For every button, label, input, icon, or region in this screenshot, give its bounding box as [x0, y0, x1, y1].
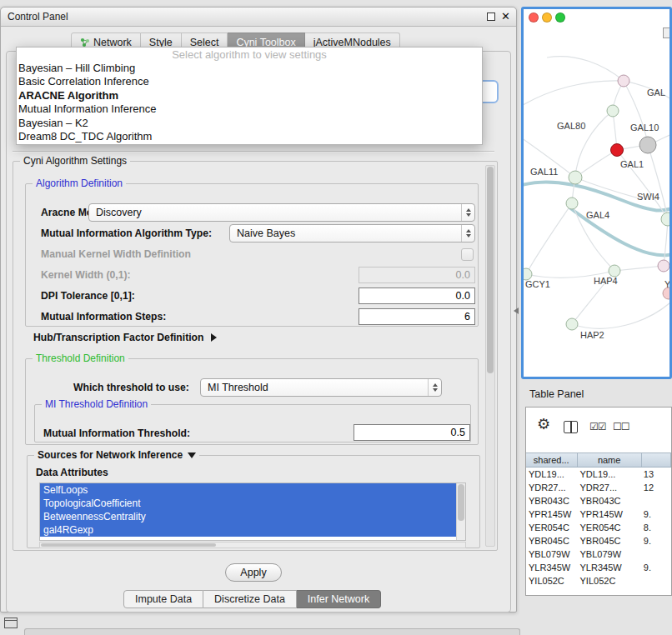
cell: YDR27... [578, 481, 642, 494]
settings-group-title: Cyni Algorithm Settings [20, 155, 130, 167]
aracne-mode-select[interactable]: Discovery [88, 203, 475, 222]
spinner-arrows-icon [461, 204, 474, 221]
node-label-gal80: GAL80 [557, 121, 585, 131]
network-edge[interactable] [547, 57, 624, 81]
mi-algorithm-type-label: Mutual Information Algorithm Type: [41, 228, 212, 239]
network-node-salmon-right[interactable] [663, 288, 669, 299]
attribute-selfloops[interactable]: SelfLoops [40, 483, 465, 497]
network-edge[interactable] [614, 266, 664, 271]
menu-option-aracne-algorithm[interactable]: ARACNE Algorithm [17, 89, 482, 102]
node-label-gcy1: GCY1 [525, 279, 550, 289]
menu-option-mutual-information-inference[interactable]: Mutual Information Inference [17, 102, 482, 116]
network-edge[interactable] [575, 150, 617, 178]
panel-splitter-arrow[interactable] [514, 308, 519, 314]
minimized-panel-icon[interactable] [4, 618, 18, 628]
attribute-gal4rgexp[interactable]: gal4RGexp [40, 523, 465, 537]
table-row[interactable]: YLR345WYLR345W9. [526, 561, 671, 574]
apply-button[interactable]: Apply [225, 563, 282, 582]
column-header-shared[interactable]: shared... [526, 453, 578, 467]
network-edge[interactable] [624, 81, 648, 145]
close-window-icon[interactable]: ✕ [501, 10, 510, 22]
network-node-red-node[interactable] [611, 144, 624, 157]
gear-icon[interactable]: ⚙ [537, 415, 550, 433]
network-graph[interactable]: GALGAL80GAL10GAL11GAL1SWI4GAL4GCY1HAP4HA… [524, 9, 669, 377]
table-row[interactable]: YPR145WYPR145W9. [526, 508, 671, 521]
menu-option-bayesian-hill-climbing[interactable]: Bayesian – Hill Climbing [17, 62, 482, 75]
network-edge[interactable] [526, 203, 572, 274]
close-traffic-light[interactable] [529, 12, 539, 22]
network-node-pink-top[interactable] [618, 75, 629, 87]
zoom-traffic-light[interactable] [555, 12, 565, 22]
kernel-width-field[interactable] [359, 267, 475, 283]
menu-option-dream8-dc-tdc-algorithm[interactable]: Dream8 DC_TDC Algorithm [17, 130, 482, 143]
mi-algorithm-type-value: Naive Bayes [230, 228, 461, 239]
aracne-mode-value: Discovery [89, 207, 461, 218]
scrollbar-thumb[interactable] [458, 484, 464, 521]
network-node-green-top[interactable] [607, 105, 619, 117]
which-threshold-value: MI Threshold [201, 382, 428, 393]
collapsed-panel-strip[interactable] [24, 628, 520, 635]
network-node-pink-right[interactable] [658, 260, 669, 272]
control-panel-titlebar[interactable]: Control Panel ✕ [1, 8, 516, 27]
minimize-traffic-light[interactable] [542, 12, 552, 22]
table-row[interactable]: YBR045CYBR045C9. [526, 534, 671, 548]
divider [13, 151, 494, 152]
network-node-gray-hub[interactable] [639, 137, 656, 153]
bottom-tab-infer-network[interactable]: Infer Network [297, 590, 381, 608]
table-row[interactable]: YIL052CYIL052C [526, 574, 671, 588]
network-node-green-mid[interactable] [609, 265, 620, 277]
network-node-green-right[interactable] [661, 212, 669, 226]
table-row[interactable]: YBL079WYBL079W [526, 548, 671, 561]
scrollbar-thumb[interactable] [41, 543, 216, 547]
manual-kernel-checkbox[interactable] [461, 248, 474, 261]
cell: YBR043C [526, 494, 578, 508]
menu-option-basic-correlation-inference[interactable]: Basic Correlation Inference [17, 75, 482, 88]
select-all-icon[interactable]: ☑☑ [589, 421, 606, 432]
hub-definition-toggle[interactable]: Hub/Transcription Factor Definition [33, 332, 217, 343]
list-vertical-scrollbar[interactable] [456, 483, 465, 540]
network-node-green-gal4[interactable] [566, 198, 578, 209]
mi-threshold-field[interactable] [354, 424, 470, 441]
column-header-name[interactable]: name [578, 453, 642, 467]
network-edge[interactable] [524, 81, 624, 108]
window-title: Control Panel [8, 11, 68, 22]
cell: 9. [642, 508, 671, 521]
bottom-tab-discretize-data[interactable]: Discretize Data [203, 590, 297, 608]
network-node-green-gal11[interactable] [569, 171, 582, 184]
cell: YBL079W [526, 548, 578, 561]
attribute-topologicalcoefficient[interactable]: TopologicalCoefficient [40, 497, 465, 510]
bottom-tab-impute-data[interactable]: Impute Data [123, 590, 203, 608]
float-window-icon[interactable] [487, 12, 495, 21]
manual-kernel-label: Manual Kernel Width Definition [41, 248, 191, 260]
partial-toolbar-widget[interactable] [663, 28, 672, 38]
deselect-all-icon[interactable]: ☐☐ [613, 421, 629, 432]
dpi-tolerance-field[interactable] [359, 288, 475, 304]
mi-steps-field[interactable] [359, 308, 475, 325]
network-node-green-hap2[interactable] [566, 318, 578, 330]
cell [642, 494, 671, 508]
network-node-green-gcy1[interactable] [524, 268, 532, 280]
table-row[interactable]: YBR043CYBR043C [526, 494, 671, 508]
data-attributes-list[interactable]: SelfLoopsTopologicalCoefficientBetweenne… [39, 482, 466, 541]
column-header-2[interactable] [642, 453, 671, 467]
settings-scrollbar[interactable] [485, 165, 495, 547]
sources-group-toggle[interactable]: Sources for Network Inference [34, 449, 199, 461]
network-icon [80, 38, 90, 48]
which-threshold-select[interactable]: MI Threshold [200, 378, 442, 397]
node-label-hap2: HAP2 [580, 330, 604, 340]
table-row[interactable]: YDR27...YDR27...12 [526, 481, 671, 494]
mi-algorithm-type-select[interactable]: Naive Bayes [229, 224, 475, 242]
mi-threshold-definition-title: MI Threshold Definition [42, 398, 151, 410]
scrollbar-thumb[interactable] [487, 167, 494, 373]
hub-definition-label: Hub/Transcription Factor Definition [33, 332, 204, 343]
list-horizontal-scrollbar[interactable] [39, 542, 466, 548]
cell: YIL052C [578, 574, 642, 588]
table-row[interactable]: YER054CYER054C8. [526, 521, 671, 534]
cell: YIL052C [526, 574, 578, 588]
attribute-betweennesscentrality[interactable]: BetweennessCentrality [40, 510, 465, 523]
bottom-tab-bar: Impute DataDiscretize DataInfer Network [123, 590, 381, 608]
menu-option-bayesian-k2[interactable]: Bayesian – K2 [17, 117, 482, 130]
network-view-window[interactable]: GALGAL80GAL10GAL11GAL1SWI4GAL4GCY1HAP4HA… [521, 7, 672, 379]
columns-icon[interactable] [564, 421, 578, 433]
table-row[interactable]: YDL19...YDL19...13 [526, 468, 671, 481]
